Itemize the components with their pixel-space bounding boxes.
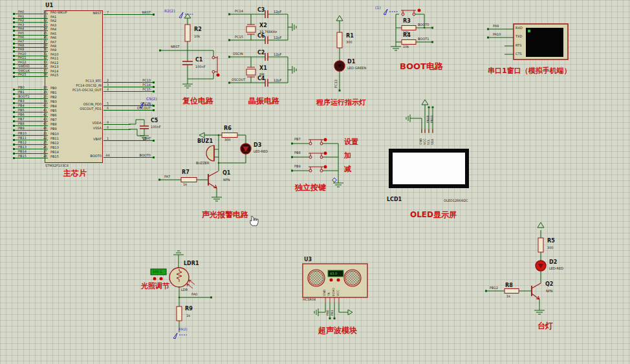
terminal[interactable] — [153, 91, 155, 92]
section-label-ultrasonic: 超声波模块 — [318, 327, 357, 334]
section-label-reset: 复位电路 — [182, 97, 213, 105]
net-label: PB10 — [427, 115, 430, 123]
led-d1[interactable] — [334, 61, 345, 71]
terminal[interactable] — [431, 41, 433, 43]
crystal-terminals[interactable] — [228, 14, 230, 84]
crystal-x2[interactable] — [246, 25, 255, 34]
capacitor-ref: C4 — [257, 76, 265, 81]
resistor-r9[interactable] — [177, 306, 182, 321]
terminal[interactable] — [159, 50, 161, 52]
ldr-increase-dot[interactable] — [153, 277, 157, 281]
resistor-r3[interactable] — [402, 26, 416, 30]
crystal-x1[interactable] — [246, 67, 255, 77]
pin-number: 39 — [38, 99, 48, 103]
capacitor-ref: C5 — [151, 118, 158, 123]
resistor-ref: R9 — [185, 306, 193, 312]
module-ref: U3 — [304, 257, 312, 262]
net-label: PB4 — [15, 103, 38, 108]
buzzer-ref: BUZ1 — [197, 139, 213, 144]
led-d3[interactable] — [241, 144, 251, 154]
terminal[interactable] — [487, 37, 489, 39]
terminal[interactable] — [158, 179, 160, 181]
pin-name: GND — [420, 138, 423, 145]
key-captions: 设置加减 — [344, 138, 358, 179]
button-actuator-dot[interactable] — [324, 166, 327, 169]
terminal[interactable] — [329, 317, 331, 319]
oled-display[interactable] — [389, 149, 469, 188]
chip-ref: U1 — [45, 3, 53, 8]
capacitor-c1[interactable] — [182, 61, 193, 65]
resistor-r5[interactable] — [538, 238, 543, 252]
net-label: PC15 — [235, 36, 243, 39]
resistor-ref: R5 — [547, 239, 555, 244]
net-label: PB12 — [490, 286, 498, 290]
resistor-r8[interactable] — [505, 289, 519, 294]
resistor-ref: R2 — [194, 27, 202, 32]
terminal[interactable] — [153, 156, 155, 158]
pin-number: 2 — [103, 78, 112, 83]
button-actuator-dot[interactable] — [217, 74, 220, 77]
terminal[interactable] — [431, 27, 433, 29]
net-label: PB13 — [15, 145, 38, 149]
terminal[interactable] — [428, 107, 430, 109]
terminal[interactable] — [153, 14, 155, 16]
ldr-display-value: 100.1 — [153, 270, 162, 273]
section-label-alarm: 声光报警电路 — [202, 211, 248, 219]
terminal[interactable] — [339, 90, 341, 92]
net-label: PB6 — [15, 112, 38, 117]
distance-decrease-dot[interactable] — [337, 279, 340, 282]
capacitor-c3[interactable] — [265, 10, 268, 18]
section-label-crystal: 晶振电路 — [248, 97, 279, 105]
net-label: BOOT0 — [418, 23, 429, 27]
net-label: PB0 — [15, 85, 38, 90]
ldr-sensor[interactable] — [169, 268, 195, 288]
terminal[interactable] — [153, 109, 155, 111]
module-pin-stubs — [325, 297, 339, 303]
terminal[interactable] — [487, 28, 489, 30]
net-label: PC15 — [112, 87, 153, 92]
ground-icon — [333, 183, 343, 187]
keys-terminals[interactable] — [291, 143, 293, 172]
button-actuator-dot[interactable] — [418, 9, 421, 12]
capacitor-c6[interactable] — [265, 36, 268, 44]
transistor-q2[interactable] — [532, 283, 541, 299]
button-actuator-dot[interactable] — [324, 138, 327, 142]
pin-row: PC15-OSC32_OUT4PC15 — [60, 87, 155, 92]
terminal[interactable] — [334, 317, 336, 319]
net-label: OSCIN — [233, 52, 243, 56]
resistor-r2[interactable] — [185, 25, 190, 41]
distance-increase-dot[interactable] — [330, 279, 333, 282]
pin-number: 41 — [38, 108, 48, 112]
resistor-r7[interactable] — [181, 178, 197, 182]
capacitor-ref: C3 — [257, 8, 265, 13]
capacitor-c2[interactable] — [265, 53, 268, 61]
net-label: PB9 — [294, 165, 301, 178]
resistor-r4[interactable] — [402, 40, 416, 45]
terminal[interactable] — [485, 290, 487, 292]
capacitor-c5[interactable] — [140, 126, 149, 129]
terminal-pin-names: RXDTXDRTSCTS — [516, 27, 523, 61]
buzzer-buz1[interactable] — [206, 145, 214, 161]
annotation-label: R2(2) — [164, 9, 175, 13]
terminal[interactable] — [432, 107, 434, 109]
terminal[interactable] — [153, 140, 155, 142]
net-label: BOOT1 — [418, 37, 429, 41]
pin-row: PC14-OSC32_IN3PC14 — [60, 83, 155, 87]
ldr-decrease-dot[interactable] — [160, 277, 163, 281]
resistor-r6[interactable] — [222, 133, 237, 138]
schematic-canvas[interactable]: U1 PA0 10 PA0-WKUP PA1 11 PA1 PA2 12 PA2… — [0, 0, 630, 364]
terminal[interactable] — [210, 297, 212, 299]
net-label: PB15 — [15, 154, 38, 158]
pin-name: TXD — [516, 35, 523, 43]
transistor-q1[interactable] — [208, 171, 218, 188]
led-d2[interactable] — [536, 261, 546, 271]
resistor-r1[interactable] — [337, 32, 342, 48]
resistor-ref: R6 — [224, 126, 232, 131]
capacitor-c4[interactable] — [265, 79, 268, 87]
resistor-ref: R1 — [346, 34, 354, 39]
pin-row: BOOT044BOOT0 — [60, 153, 155, 158]
net-label: PB7 — [294, 138, 301, 151]
button-actuator-dot[interactable] — [324, 152, 327, 155]
pin-name: CTS — [516, 52, 523, 61]
pin-row: PC13_RTC2PC13 — [60, 78, 155, 83]
